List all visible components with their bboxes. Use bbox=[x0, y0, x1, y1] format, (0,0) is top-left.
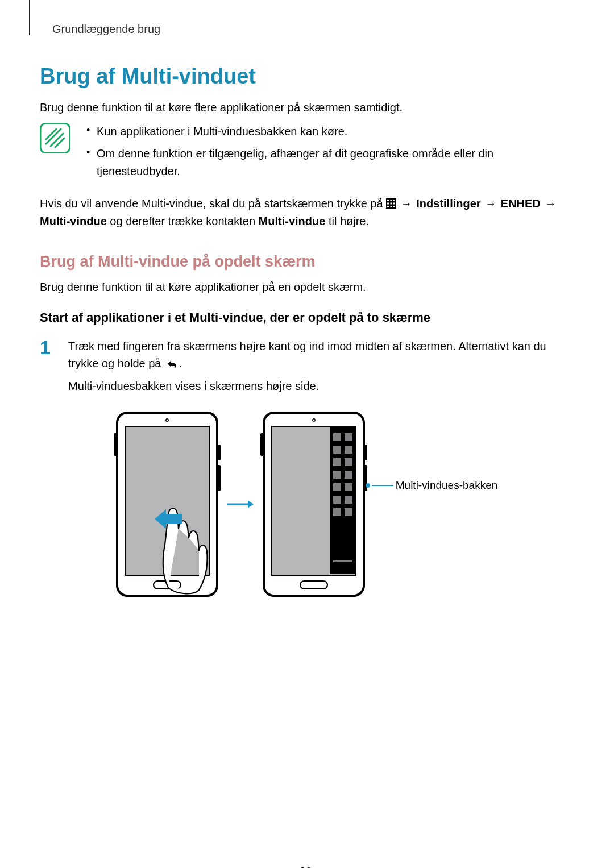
text-segment: . bbox=[179, 357, 182, 369]
text-segment: til højre. bbox=[329, 215, 369, 227]
step-body: Træk med fingeren fra skærmens højre kan… bbox=[68, 338, 571, 400]
svg-rect-8 bbox=[387, 206, 389, 207]
svg-rect-31 bbox=[345, 433, 352, 441]
svg-rect-37 bbox=[345, 471, 352, 479]
running-header: Grundlæggende brug bbox=[52, 23, 571, 36]
device-before bbox=[114, 410, 221, 598]
path-multivindue: Multi-vindue bbox=[40, 215, 107, 227]
svg-rect-5 bbox=[387, 203, 389, 205]
section-heading: Brug af Multi-vindue på opdelt skærm bbox=[40, 253, 571, 271]
svg-rect-13 bbox=[217, 445, 221, 460]
svg-rect-44 bbox=[333, 560, 352, 562]
text-segment: Træk med fingeren fra skærmens højre kan… bbox=[68, 340, 546, 369]
svg-rect-12 bbox=[114, 433, 117, 456]
svg-rect-7 bbox=[393, 203, 395, 205]
apps-grid-icon bbox=[386, 196, 396, 206]
step-line-2: Multi-vinduesbakken vises i skærmens høj… bbox=[68, 377, 571, 394]
note-icon bbox=[40, 123, 70, 153]
subsection-heading: Start af applikationer i et Multi-vindue… bbox=[40, 310, 571, 325]
svg-rect-39 bbox=[345, 483, 352, 491]
note-list: Kun applikationer i Multi-vinduesbakken … bbox=[84, 123, 571, 185]
intro-paragraph: Brug denne funktion til at køre flere ap… bbox=[40, 99, 571, 116]
path-indstillinger: Indstillinger bbox=[416, 197, 480, 210]
svg-rect-23 bbox=[260, 433, 264, 456]
svg-rect-9 bbox=[391, 206, 392, 207]
manual-page: Grundlæggende brug Brug af Multi-vinduet… bbox=[0, 0, 614, 868]
decorative-rule bbox=[29, 0, 30, 35]
arrow-text: → bbox=[401, 195, 412, 213]
svg-rect-2 bbox=[387, 200, 389, 201]
callout-label: Multi-vindues-bakken bbox=[396, 479, 498, 493]
svg-rect-36 bbox=[333, 471, 341, 479]
callout-anchor bbox=[366, 483, 370, 488]
text-segment: og derefter trække kontakten bbox=[110, 215, 258, 227]
step-number: 1 bbox=[40, 338, 56, 400]
svg-rect-41 bbox=[345, 496, 352, 504]
svg-rect-3 bbox=[391, 200, 392, 201]
note-item: Kun applikationer i Multi-vinduesbakken … bbox=[84, 123, 571, 140]
callout-leader-line bbox=[372, 485, 393, 486]
section-body: Brug denne funktion til at køre applikat… bbox=[40, 279, 571, 296]
arrow-text: → bbox=[545, 195, 556, 213]
note-item: Om denne funktion er tilgængelig, afhæng… bbox=[84, 145, 571, 180]
svg-rect-10 bbox=[393, 206, 395, 207]
page-title: Brug af Multi-vinduet bbox=[40, 64, 571, 89]
transition-arrow-icon bbox=[227, 499, 254, 510]
page-number: 26 bbox=[40, 865, 571, 868]
svg-rect-6 bbox=[391, 203, 392, 205]
svg-rect-24 bbox=[364, 445, 367, 460]
figure-swipe-to-open-tray: Multi-vindues-bakken bbox=[40, 410, 571, 598]
svg-rect-40 bbox=[333, 496, 341, 504]
svg-rect-4 bbox=[393, 200, 395, 201]
svg-rect-32 bbox=[333, 446, 341, 454]
svg-rect-0 bbox=[40, 123, 70, 153]
arrow-text: → bbox=[485, 195, 496, 213]
svg-rect-33 bbox=[345, 446, 352, 454]
step-1: 1 Træk med fingeren fra skærmens højre k… bbox=[40, 338, 571, 400]
svg-rect-43 bbox=[345, 508, 352, 516]
svg-rect-14 bbox=[217, 465, 221, 491]
svg-rect-42 bbox=[333, 508, 341, 516]
svg-rect-35 bbox=[345, 458, 352, 466]
svg-marker-21 bbox=[248, 500, 254, 508]
note-callout: Kun applikationer i Multi-vinduesbakken … bbox=[40, 123, 571, 185]
svg-rect-34 bbox=[333, 458, 341, 466]
back-icon bbox=[164, 357, 179, 368]
device-after-with-callout: Multi-vindues-bakken bbox=[260, 410, 498, 598]
svg-rect-30 bbox=[333, 433, 341, 441]
svg-rect-38 bbox=[333, 483, 341, 491]
path-multivindue: Multi-vindue bbox=[259, 215, 326, 227]
text-segment: Hvis du vil anvende Multi-vindue, skal d… bbox=[40, 197, 386, 210]
svg-rect-18 bbox=[166, 514, 182, 524]
device-after bbox=[260, 410, 367, 598]
path-enhed: ENHED bbox=[501, 197, 541, 210]
settings-path-paragraph: Hvis du vil anvende Multi-vindue, skal d… bbox=[40, 195, 571, 230]
